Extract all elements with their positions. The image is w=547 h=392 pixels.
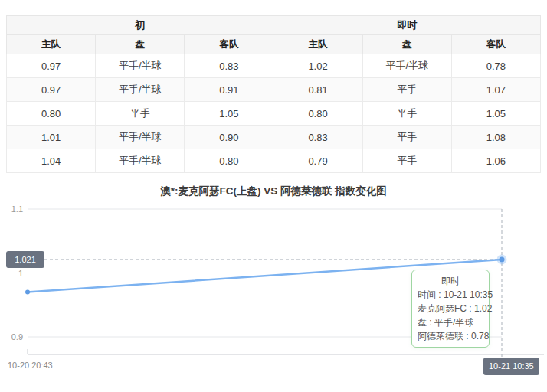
initial-handicap: 平手/半球 [96, 126, 185, 149]
tooltip-away-odds: 阿德莱德联 : 0.78 [418, 329, 483, 343]
col-header-live-handicap: 盘 [362, 35, 451, 54]
col-header-initial-handicap: 盘 [96, 35, 185, 54]
live-home-odds: 0.79 [274, 149, 362, 173]
odds-table-body: 0.97平手/半球0.831.02平手/半球0.780.97平手/半球0.910… [7, 54, 541, 173]
initial-handicap: 平手 [96, 102, 185, 126]
tooltip-time: 时间 : 10-21 10:35 [418, 288, 483, 302]
initial-away-odds: 1.05 [185, 102, 274, 126]
col-header-live-home: 主队 [274, 35, 362, 54]
initial-home-odds: 0.80 [7, 102, 96, 126]
y-axis-tick-label: 0.9 [0, 332, 23, 342]
x-axis-start-label: 10-20 20:43 [8, 361, 53, 370]
initial-away-odds: 0.91 [185, 78, 274, 102]
tooltip-handicap: 盘 : 平手/半球 [418, 315, 483, 329]
chart-tooltip: 即时 时间 : 10-21 10:35 麦克阿瑟FC : 1.02 盘 : 平手… [411, 270, 490, 348]
initial-home-odds: 1.01 [7, 126, 96, 149]
initial-handicap: 平手/半球 [96, 149, 185, 173]
initial-handicap: 平手/半球 [96, 54, 185, 78]
live-handicap: 平手/半球 [362, 54, 451, 78]
initial-home-odds: 0.97 [7, 54, 96, 78]
live-away-odds: 1.08 [451, 126, 540, 149]
tooltip-home-odds: 麦克阿瑟FC : 1.02 [418, 302, 483, 315]
initial-home-odds: 1.04 [7, 149, 96, 173]
live-home-odds: 0.80 [274, 102, 362, 126]
initial-away-odds: 0.80 [185, 149, 274, 173]
live-home-odds: 0.83 [274, 126, 362, 149]
x-axis-value-badge: 10-21 10:35 [483, 358, 539, 375]
y-axis-tick-label: 1.1 [0, 204, 23, 214]
col-header-live-away: 客队 [451, 35, 540, 54]
live-away-odds: 0.78 [451, 54, 540, 78]
live-away-odds: 1.06 [451, 149, 540, 173]
initial-home-odds: 0.97 [7, 78, 96, 102]
y-axis-value-badge: 1.021 [6, 251, 44, 268]
live-home-odds: 0.81 [274, 78, 362, 102]
col-header-initial-away: 客队 [185, 35, 274, 54]
odds-row: 0.97平手/半球0.831.02平手/半球0.78 [7, 54, 541, 78]
group-header-live: 即时 [274, 16, 541, 35]
initial-handicap: 平手/半球 [96, 78, 185, 102]
data-point-start[interactable] [25, 290, 30, 295]
column-header-row: 主队 盘 客队 主队 盘 客队 [7, 35, 541, 54]
odds-table-section: 初 即时 主队 盘 客队 主队 盘 客队 0.97平手/半球0.831.02平手… [6, 15, 541, 173]
col-header-initial-home: 主队 [7, 35, 96, 54]
odds-row: 1.01平手/半球0.900.83平手1.08 [7, 126, 541, 149]
odds-row: 1.04平手/半球0.800.79平手1.06 [7, 149, 541, 173]
y-axis-tick-label: 1 [0, 269, 23, 279]
live-handicap: 平手 [362, 126, 451, 149]
odds-row: 0.97平手/半球0.910.81平手1.07 [7, 78, 541, 102]
initial-away-odds: 0.90 [185, 126, 274, 149]
initial-away-odds: 0.83 [185, 54, 274, 78]
live-handicap: 平手 [362, 78, 451, 102]
live-handicap: 平手 [362, 149, 451, 173]
live-away-odds: 1.05 [451, 102, 540, 126]
tooltip-header: 即时 [418, 274, 483, 288]
odds-table: 初 即时 主队 盘 客队 主队 盘 客队 0.97平手/半球0.831.02平手… [6, 15, 541, 173]
odds-trend-chart: 10-20 20:43 1.021 10-21 10:35 即时 时间 : 10… [0, 201, 547, 392]
group-header-initial: 初 [7, 16, 274, 35]
live-home-odds: 1.02 [274, 54, 362, 78]
group-header-row: 初 即时 [7, 16, 541, 35]
data-point-end[interactable] [500, 256, 505, 262]
live-away-odds: 1.07 [451, 78, 540, 102]
odds-row: 0.80平手1.050.80平手1.05 [7, 102, 541, 126]
live-handicap: 平手 [362, 102, 451, 126]
chart-title: 澳*:麦克阿瑟FC(上盘) VS 阿德莱德联 指数变化图 [0, 185, 547, 198]
